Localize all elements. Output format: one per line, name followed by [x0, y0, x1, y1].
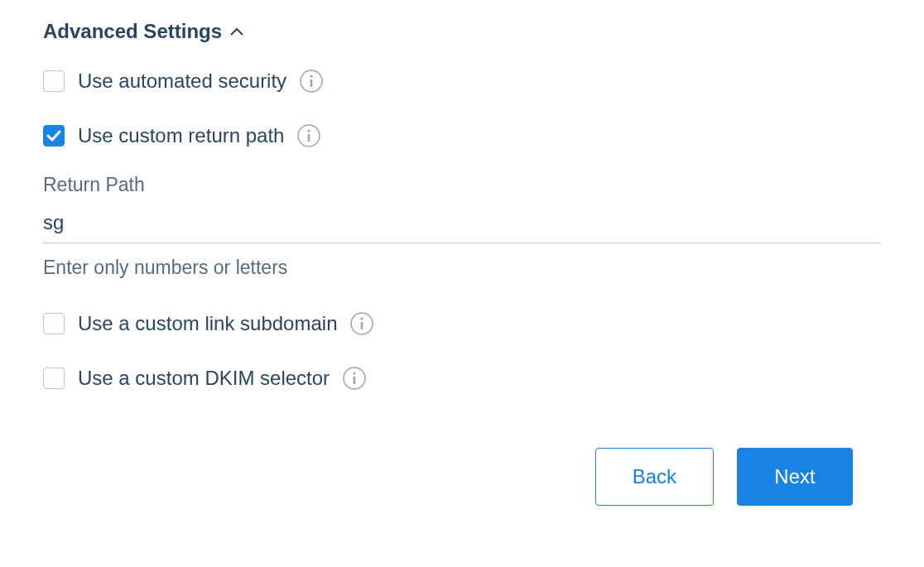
advanced-settings-header[interactable]: Advanced Settings [43, 20, 881, 43]
automated-security-checkbox[interactable] [43, 70, 65, 92]
custom-link-subdomain-checkbox[interactable] [43, 313, 65, 334]
custom-return-path-row: Use custom return path [43, 124, 881, 147]
svg-point-10 [353, 372, 355, 374]
info-icon[interactable] [300, 70, 323, 93]
chevron-up-icon [230, 27, 243, 36]
svg-rect-5 [308, 134, 310, 142]
custom-return-path-label: Use custom return path [78, 124, 284, 147]
svg-point-7 [361, 317, 363, 320]
info-icon[interactable] [343, 367, 366, 390]
section-title: Advanced Settings [43, 20, 222, 43]
custom-dkim-selector-row: Use a custom DKIM selector [43, 367, 881, 390]
custom-link-subdomain-label: Use a custom link subdomain [78, 312, 337, 335]
svg-point-4 [308, 129, 310, 132]
custom-link-subdomain-row: Use a custom link subdomain [43, 312, 881, 335]
svg-rect-2 [310, 79, 313, 87]
svg-rect-11 [354, 377, 356, 384]
svg-rect-8 [361, 322, 363, 329]
button-row: Back Next [43, 448, 881, 506]
back-button[interactable]: Back [595, 448, 714, 506]
return-path-input[interactable] [43, 206, 881, 243]
return-path-field-group: Return Path Enter only numbers or letter… [43, 174, 881, 279]
automated-security-row: Use automated security [43, 70, 881, 93]
return-path-label: Return Path [43, 174, 881, 196]
info-icon[interactable] [350, 312, 373, 335]
automated-security-label: Use automated security [78, 70, 286, 93]
info-icon[interactable] [297, 124, 320, 147]
custom-dkim-selector-checkbox[interactable] [43, 368, 65, 389]
return-path-help-text: Enter only numbers or letters [43, 257, 881, 279]
custom-return-path-checkbox[interactable] [43, 125, 65, 147]
svg-point-1 [310, 74, 313, 77]
next-button[interactable]: Next [737, 448, 853, 506]
custom-dkim-selector-label: Use a custom DKIM selector [78, 367, 330, 390]
